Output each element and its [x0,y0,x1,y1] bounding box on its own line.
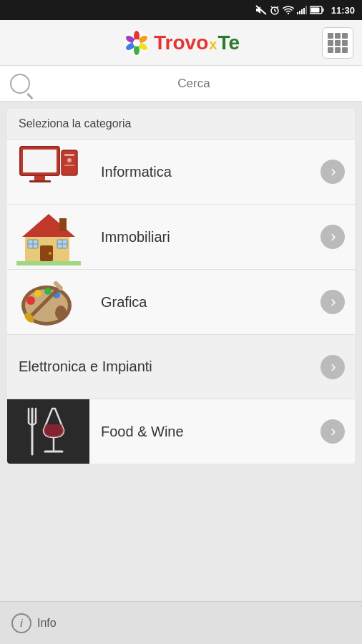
grafica-thumb [7,270,89,334]
list-item[interactable]: Informatica [7,140,355,205]
logo-te: Te [217,31,240,54]
grid-icon [328,33,348,53]
svg-point-22 [133,39,140,47]
app-header: Trovo x Te [0,20,362,66]
category-card: Seleziona la categoria Informatica [7,109,355,464]
search-bar[interactable] [0,66,362,102]
svg-rect-13 [322,9,323,12]
logo-x: x [209,36,217,53]
elettronica-label: Elettronica e Impianti [7,358,321,375]
immobiliari-chevron [321,225,345,249]
svg-point-6 [288,13,289,14]
svg-point-46 [26,296,35,305]
list-item[interactable]: Immobiliari [7,205,355,270]
list-item[interactable]: Grafica [7,270,355,335]
svg-rect-10 [303,8,305,14]
logo-trovo: Trovo [154,31,208,54]
immobiliari-thumb [7,205,89,269]
svg-rect-26 [29,180,51,182]
grafica-chevron [321,290,345,314]
svg-point-45 [55,306,67,320]
logo-icon [122,29,151,57]
svg-point-35 [49,252,52,255]
svg-point-16 [134,31,140,41]
footer: i Info [0,601,362,644]
svg-rect-24 [23,150,57,172]
svg-point-47 [34,290,41,297]
info-icon: i [11,613,31,633]
main-content: Seleziona la categoria Informatica [0,102,362,601]
svg-point-19 [134,45,140,55]
list-item[interactable]: Elettronica e Impianti [7,335,355,399]
search-input[interactable] [36,77,352,91]
svg-point-29 [67,158,72,162]
search-icon [10,74,30,94]
svg-rect-14 [310,8,319,13]
informatica-chevron [321,160,345,184]
category-section-header: Seleziona la categoria [7,109,355,140]
svg-rect-25 [34,176,45,180]
svg-line-4 [271,6,273,8]
app-logo: Trovo x Te [40,29,322,57]
svg-rect-9 [301,9,303,14]
immobiliari-label: Immobiliari [89,229,321,245]
status-bar: 11:30 [0,0,362,20]
list-item[interactable]: Food & Wine [7,399,355,464]
logo-text: Trovo x Te [154,31,240,54]
svg-point-48 [44,288,52,295]
svg-rect-7 [297,12,298,14]
grafica-label: Grafica [89,294,321,311]
informatica-label: Informatica [89,164,321,180]
svg-rect-33 [59,218,67,231]
info-button[interactable]: i Info [11,613,57,633]
info-label: Info [37,617,57,630]
food-label: Food & Wine [89,424,321,440]
elettronica-chevron [321,355,345,379]
svg-rect-28 [64,154,74,156]
svg-marker-32 [22,214,75,237]
svg-rect-42 [16,261,81,265]
grid-view-button[interactable] [322,27,353,59]
svg-rect-11 [305,6,307,14]
food-chevron [321,419,345,444]
svg-rect-30 [64,165,74,166]
informatica-thumb [7,140,89,204]
status-time: 11:30 [331,5,355,16]
food-thumb [7,399,89,464]
svg-line-5 [277,6,278,8]
status-icons: 11:30 [255,5,355,16]
svg-rect-8 [299,11,300,14]
svg-line-3 [275,11,276,11]
